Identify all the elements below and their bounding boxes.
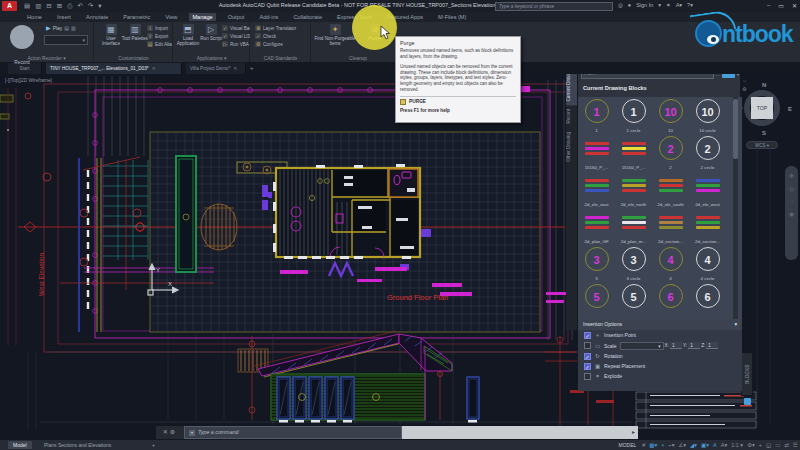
scale-x-input[interactable]: 1 (670, 342, 682, 349)
block-item[interactable]: 2 2 circle (689, 134, 726, 171)
plot-icon[interactable]: ⎙ (67, 2, 72, 10)
export-button[interactable]: ⇧Export (147, 33, 172, 39)
status-icon[interactable]: # (642, 442, 645, 448)
ribbon-tab[interactable]: Parametric (120, 13, 153, 21)
autocad-logo[interactable]: A (2, 1, 17, 11)
block-item[interactable]: 4 4 circle (689, 245, 726, 282)
status-icon[interactable]: ⌖ (661, 442, 664, 449)
orbit-icon[interactable]: ◌ (790, 198, 794, 204)
store-icon[interactable]: ✦ (666, 2, 671, 8)
status-icon[interactable]: ▭ (775, 442, 780, 448)
status-icon[interactable]: ◱ (766, 442, 771, 448)
close-tab-icon[interactable]: ✕ (152, 66, 156, 71)
command-bar-tools[interactable]: ✕⚙ (156, 426, 184, 439)
edit-aliases-button[interactable]: ▤Edit Aliases ▾ (147, 41, 172, 47)
block-item[interactable]: 4 4 (652, 245, 689, 282)
insertion-option-row[interactable]: ✓ ▣ Repeat Placement (578, 361, 742, 371)
help-icon[interactable]: ?▾ (687, 2, 693, 8)
panel-label[interactable]: Applications ▾ (174, 56, 249, 61)
viewcube-east[interactable]: E (788, 106, 792, 112)
block-item[interactable]: 5 (615, 282, 652, 319)
steering-wheel-icon[interactable]: ◉ (789, 210, 794, 217)
sign-in-link[interactable]: Sign In (636, 2, 653, 8)
command-history-strip[interactable]: ▸ (402, 426, 638, 439)
check-button[interactable]: ✓Check (255, 33, 309, 39)
block-item[interactable]: 1 1 (578, 97, 615, 134)
insert-message-icon[interactable]: ▤ (64, 25, 69, 31)
block-item[interactable]: 2 2 (652, 134, 689, 171)
scale-z-input[interactable]: 1 (706, 342, 718, 349)
help-search-input[interactable]: Type a keyword or phrase (495, 2, 613, 11)
status-icon[interactable]: ⚙▾ (747, 442, 755, 448)
status-icon[interactable]: 1:1 ▾ (731, 442, 743, 448)
new-drawing-tab-button[interactable]: + (250, 63, 254, 74)
block-item[interactable]: 6 (652, 282, 689, 319)
expand-icon[interactable]: ▸ (632, 428, 635, 435)
block-item[interactable]: 2d_plan_GF (578, 208, 615, 245)
block-item[interactable]: 5 (578, 282, 615, 319)
panel-label[interactable]: Cleanup (312, 56, 404, 61)
ribbon-tab[interactable]: Manage (189, 13, 215, 21)
block-item[interactable]: 2d_ele_north (615, 171, 652, 208)
insert-pause-icon[interactable]: ▥ (71, 25, 76, 31)
ribbon-tab[interactable]: Annotate (83, 13, 111, 21)
block-item[interactable]: 2d_plan_m... (615, 208, 652, 245)
import-button[interactable]: ⇩Import (147, 25, 172, 31)
scale-y-input[interactable]: 1 (688, 342, 700, 349)
status-icon[interactable]: ⇄ (784, 442, 789, 448)
search-icon[interactable]: ◎ (618, 2, 623, 8)
minimize-button[interactable]: – (767, 2, 770, 9)
status-icon[interactable]: + (759, 442, 762, 448)
block-item[interactable]: 2d_ele_south (652, 171, 689, 208)
block-item[interactable]: 3 3 circle (615, 245, 652, 282)
status-icon[interactable]: ☰ (793, 442, 798, 448)
block-item[interactable]: 2d_ele_east (578, 171, 615, 208)
record-button[interactable]: Record (4, 24, 40, 68)
status-icon[interactable]: ∠▾ (678, 442, 686, 448)
close-tab-icon[interactable]: ✕ (233, 66, 237, 71)
block-item[interactable]: 3 3 (578, 245, 615, 282)
viewcube[interactable]: TOP N E S W WCS ▾ (740, 84, 798, 150)
insertion-option-row[interactable]: ▭ Scale X:1 Y:1 Z:1 (578, 340, 742, 351)
blocks-palette-side-tab[interactable]: BLOCKS (741, 352, 753, 396)
block-item[interactable]: 15160_P_... (578, 134, 615, 171)
zoom-icon[interactable]: ◎ (789, 185, 794, 192)
palette-side-tab[interactable]: Recent (566, 105, 577, 128)
status-icon[interactable]: ▣▾ (701, 442, 709, 448)
play-button[interactable]: ▶ Play ▤ ▥ (46, 24, 76, 31)
block-item[interactable]: 2d_section... (689, 208, 726, 245)
checkbox[interactable] (584, 373, 591, 380)
checkbox[interactable]: ✓ (584, 332, 591, 339)
block-item[interactable]: 2d_ele_west (689, 171, 726, 208)
palette-properties-icon[interactable]: ⚙ (742, 86, 747, 92)
checkbox[interactable]: ✓ (584, 353, 591, 360)
model-layout-tab[interactable]: Model (8, 441, 32, 449)
saveas-icon[interactable]: ⊞ (57, 2, 62, 10)
ribbon-tab[interactable]: Add-ins (256, 13, 281, 21)
run-vba-macro-button[interactable]: ▷Run VBA Macro (222, 41, 250, 47)
model-space-indicator[interactable]: MODEL (619, 442, 637, 448)
load-application-button[interactable]: ⬒ Load Application (175, 24, 201, 46)
panel-label[interactable]: Customization (95, 56, 172, 61)
ribbon-tab[interactable]: Collaborate (290, 13, 325, 21)
block-item[interactable]: 10 10 circle (689, 97, 726, 134)
status-icon[interactable]: ◢▾ (690, 442, 697, 448)
blocks-tab-icon[interactable] (744, 398, 751, 405)
restore-button[interactable]: ▭ (778, 2, 784, 9)
checkbox[interactable]: ✓ (584, 363, 591, 370)
viewport-controls-label[interactable]: [-][Top][2D Wireframe] (5, 78, 52, 83)
open-icon[interactable]: ▥ (35, 2, 41, 10)
user-icon[interactable]: ● (628, 2, 631, 8)
insertion-option-row[interactable]: ✶ Explode (578, 371, 742, 381)
undo-icon[interactable]: ↶ (77, 2, 82, 10)
status-icon[interactable]: ▦▾ (649, 442, 657, 448)
tool-palettes-button[interactable]: ▥ Tool Palettes (121, 24, 149, 41)
block-item[interactable]: 15160_P_... (615, 134, 652, 171)
qat-customize-icon[interactable]: ▾ (98, 2, 101, 10)
autodesk-app-icon[interactable]: A▾ (676, 2, 682, 8)
palette-scrollbar[interactable] (733, 97, 738, 319)
command-input[interactable]: ▾ Type a command (184, 426, 402, 439)
wcs-dropdown[interactable]: WCS ▾ (746, 141, 778, 149)
navigation-bar[interactable]: ✥ ◎ ◌ ◉ (785, 166, 798, 260)
ribbon-tab[interactable]: View (162, 13, 180, 21)
